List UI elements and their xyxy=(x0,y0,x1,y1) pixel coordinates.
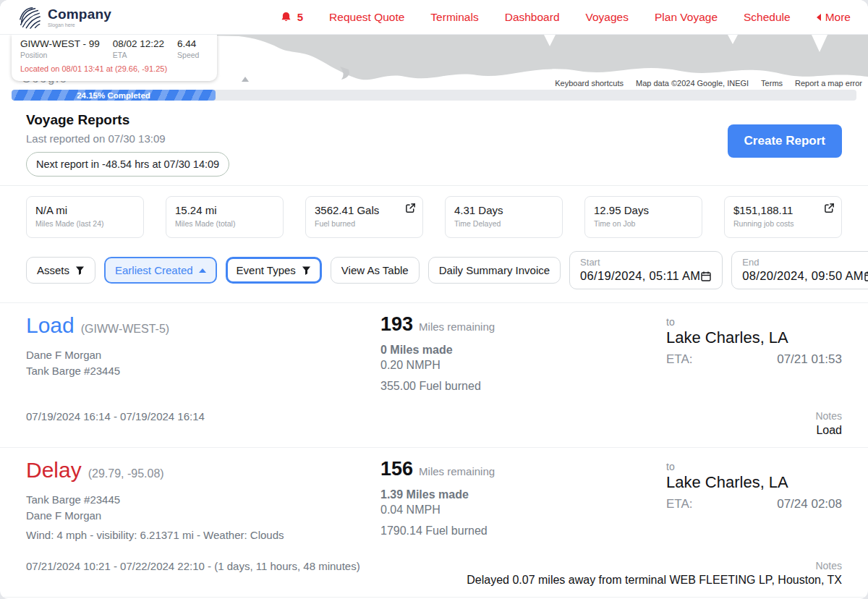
notes-text: Load xyxy=(205,424,842,437)
event-type-link[interactable]: Delay xyxy=(26,458,82,483)
nav-more[interactable]: More xyxy=(817,11,851,24)
view-as-table-button[interactable]: View As Table xyxy=(331,257,420,284)
vessel-located-text: Located on 08/01 13:41 at (29.66, -91.25… xyxy=(20,64,208,73)
map-attribution: Keyboard shortcuts Map data ©2024 Google… xyxy=(548,77,868,90)
miles-remaining-value: 193 xyxy=(380,313,413,336)
miles-remaining-label: Miles remaining xyxy=(419,320,495,333)
nmph: 0.04 NMPH xyxy=(380,504,666,517)
nmph: 0.20 NMPH xyxy=(380,359,666,372)
external-link-icon[interactable] xyxy=(824,203,835,213)
event-detail-line: Dane F Morgan xyxy=(26,508,369,524)
stat-time-on-job: 12.95 Days Time on Job xyxy=(584,196,702,238)
destination: Lake Charles, LA xyxy=(666,328,842,347)
fuel-burned: 355.00 Fuel burned xyxy=(380,380,666,393)
map-data-label: Map data ©2024 Google, INEGI xyxy=(630,77,754,90)
start-date-input[interactable]: Start 06/19/2024, 05:11 AM xyxy=(569,251,723,289)
funnel-icon xyxy=(75,266,85,275)
terms-link[interactable]: Terms xyxy=(755,77,788,90)
more-caret-icon xyxy=(817,14,821,21)
brand-name: Company xyxy=(48,7,111,21)
miles-made: 1.39 Miles made xyxy=(380,488,666,501)
nav-request-quote[interactable]: Request Quote xyxy=(329,11,404,24)
vessel-position: GIWW-WEST - 99 Position xyxy=(20,38,100,59)
map-marker-icon xyxy=(242,77,249,82)
miles-remaining-value: 156 xyxy=(380,458,413,480)
voyage-reports-header: Voyage Reports Last reported on 07/30 13… xyxy=(0,101,868,186)
eta-value: 07/21 01:53 xyxy=(777,352,842,367)
end-date-input[interactable]: End 08/20/2024, 09:50 AM xyxy=(731,251,868,289)
event-subtitle: (29.79, -95.08) xyxy=(88,467,164,480)
sort-earliest-created-button[interactable]: Earliest Created xyxy=(104,257,217,284)
calendar-icon[interactable] xyxy=(864,271,868,282)
caret-up-icon xyxy=(199,268,206,273)
weather-line: Wind: 4 mph - visibility: 6.21371 mi - W… xyxy=(26,527,369,543)
main-nav: 5 Request Quote Terminals Dashboard Voya… xyxy=(280,11,851,24)
eta-value: 07/24 02:08 xyxy=(777,497,842,511)
event-period: 07/19/2024 16:14 - 07/19/2024 16:14 xyxy=(26,410,205,422)
notes-label: Notes xyxy=(205,410,842,422)
brand-logo[interactable]: Company Slogan here xyxy=(17,5,111,30)
report-map-error-link[interactable]: Report a map error xyxy=(789,77,868,90)
eta-label: ETA: xyxy=(666,352,693,367)
voyage-stats-row: N/A mi Miles Made (last 24) 15.24 mi Mil… xyxy=(0,186,868,250)
brand-slogan: Slogan here xyxy=(48,22,111,27)
vessel-speed: 6.44 Speed xyxy=(177,38,199,59)
bell-icon xyxy=(280,11,292,24)
stat-fuel-burned: 3562.41 Gals Fuel burned xyxy=(305,196,423,238)
event-subtitle: (GIWW-WEST-5) xyxy=(81,323,169,336)
external-link-icon[interactable] xyxy=(405,203,416,213)
voyage-progress-bar: 24.15% Completed xyxy=(12,90,856,101)
keyboard-shortcuts-link[interactable]: Keyboard shortcuts xyxy=(549,77,629,90)
notes-label: Notes xyxy=(360,560,842,572)
stat-time-delayed: 4.31 Days Time Delayed xyxy=(445,196,563,238)
event-row-delay: Delay (29.79, -95.08) Tank Barge #23445 … xyxy=(0,447,868,597)
nav-schedule[interactable]: Schedule xyxy=(744,11,791,24)
filter-toolbar: Assets Earliest Created Event Types View… xyxy=(0,250,868,302)
nav-plan-voyage[interactable]: Plan Voyage xyxy=(655,11,718,24)
notes-text: Delayed 0.07 miles away from terminal WE… xyxy=(360,574,842,587)
progress-fill: 24.15% Completed xyxy=(12,90,216,101)
stat-miles-total: 15.24 mi Miles Made (total) xyxy=(166,196,284,238)
event-row-load: Load (GIWW-WEST-5) Dane F Morgan Tank Ba… xyxy=(0,302,868,447)
to-label: to xyxy=(666,316,842,328)
event-period: 07/21/2024 10:21 - 07/22/2024 22:10 - (1… xyxy=(26,560,360,572)
destination: Lake Charles, LA xyxy=(666,473,842,492)
next-report-badge: Next report in -48.54 hrs at 07/30 14:09 xyxy=(26,152,229,177)
app-window: Company Slogan here 5 Request Quote Term… xyxy=(0,0,868,599)
stat-miles-last-24: N/A mi Miles Made (last 24) xyxy=(26,196,144,238)
calendar-icon[interactable] xyxy=(700,271,712,282)
nav-voyages[interactable]: Voyages xyxy=(586,11,629,24)
event-type-link[interactable]: Load xyxy=(26,313,75,338)
nav-dashboard[interactable]: Dashboard xyxy=(505,11,560,24)
last-reported-text: Last reported on 07/30 13:09 xyxy=(26,132,842,145)
notification-count: 5 xyxy=(297,11,303,23)
stat-running-job-costs: $151,188.11 Running job costs xyxy=(724,196,842,238)
vessel-info-card: GIWW-WEST - 99 Position 08/02 12:22 ETA … xyxy=(12,35,217,81)
daily-summary-invoice-button[interactable]: Daily Summary Invoice xyxy=(428,257,561,284)
event-detail-line: Tank Barge #23445 xyxy=(26,492,369,508)
miles-remaining-label: Miles remaining xyxy=(419,465,495,477)
event-detail-line: Tank Barge #23445 xyxy=(26,363,369,379)
to-label: to xyxy=(666,461,842,472)
nav-terminals[interactable]: Terminals xyxy=(430,11,478,24)
top-nav-bar: Company Slogan here 5 Request Quote Term… xyxy=(0,0,868,35)
notifications-button[interactable]: 5 xyxy=(280,11,303,24)
create-report-button[interactable]: Create Report xyxy=(728,124,842,158)
vessel-eta: 08/02 12:22 ETA xyxy=(113,38,164,59)
page-title: Voyage Reports xyxy=(26,112,842,128)
fuel-burned: 1790.14 Fuel burned xyxy=(380,524,666,538)
miles-made: 0 Miles made xyxy=(380,344,666,357)
progress-label: 24.15% Completed xyxy=(77,91,150,100)
funnel-icon xyxy=(302,266,311,275)
event-types-filter-button[interactable]: Event Types xyxy=(226,257,322,284)
brand-logo-icon xyxy=(17,5,42,30)
map-panel[interactable]: Google GIWW-WEST - 99 Position 08/02 12:… xyxy=(0,35,868,90)
event-detail-line: Dane F Morgan xyxy=(26,347,369,363)
eta-label: ETA: xyxy=(666,497,693,511)
assets-filter-button[interactable]: Assets xyxy=(26,257,95,284)
